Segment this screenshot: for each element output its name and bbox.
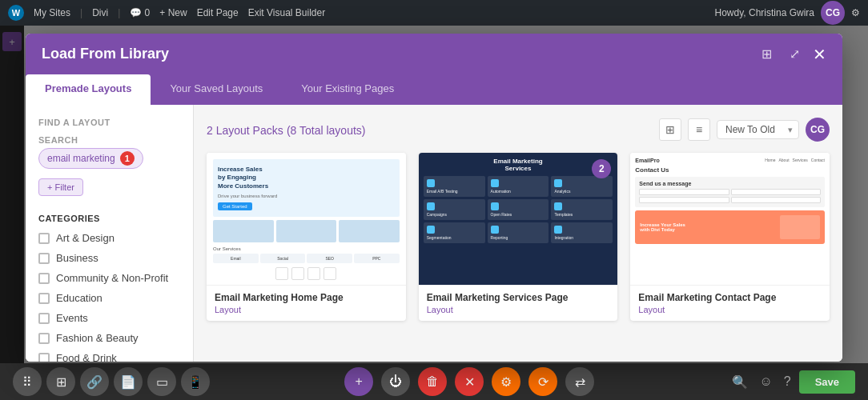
- user-avatar-small: CG: [806, 118, 830, 142]
- sidebar: Find A Layout Search email marketing 1 +…: [26, 105, 194, 362]
- my-sites-link[interactable]: My Sites: [34, 7, 70, 18]
- divi-link[interactable]: Divi: [92, 7, 108, 18]
- results-count: (8 Total layouts): [287, 124, 366, 137]
- list-view-button[interactable]: ≡: [688, 118, 710, 141]
- load-library-modal: Load From Library ⊞ ⤢ ✕ Premade Layouts …: [26, 34, 842, 362]
- card-preview-3: EmailPro HomeAboutServicesContact Contac…: [630, 153, 830, 285]
- category-education[interactable]: Education: [26, 288, 193, 308]
- emoji-icon[interactable]: ☺: [756, 371, 775, 392]
- modal-header: Load From Library ⊞ ⤢ ✕: [26, 34, 842, 74]
- category-label: Education: [56, 292, 102, 304]
- category-fashion-beauty[interactable]: Fashion & Beauty: [26, 328, 193, 348]
- power-button[interactable]: ⏻: [381, 367, 410, 396]
- card-footer-2: Email Marketing Services Page Layout: [419, 285, 618, 321]
- category-business[interactable]: Business: [26, 248, 193, 268]
- card-type-3: Layout: [638, 305, 822, 314]
- modal-tabs: Premade Layouts Your Saved Layouts Your …: [26, 74, 842, 105]
- search-badge: 1: [120, 151, 135, 166]
- mobile-button[interactable]: 📱: [181, 367, 210, 396]
- layout-card-3[interactable]: EmailPro HomeAboutServicesContact Contac…: [630, 153, 830, 321]
- category-art-design[interactable]: Art & Design: [26, 228, 193, 248]
- card-footer-3: Email Marketing Contact Page Layout: [630, 285, 830, 321]
- results-title: 2 Layout Packs (8 Total layouts): [207, 123, 365, 137]
- tab-saved-layouts[interactable]: Your Saved Layouts: [151, 74, 282, 105]
- tab-existing-pages[interactable]: Your Existing Pages: [282, 74, 413, 105]
- exit-vb-link[interactable]: Exit Visual Builder: [248, 7, 326, 18]
- category-community[interactable]: Community & Non-Profit: [26, 268, 193, 288]
- top-bar-left: W My Sites | Divi | 💬 0 + New Edit Page …: [8, 5, 325, 21]
- bottom-toolbar: ⠿ ⊞ 🔗 📄 ▭ 📱 + ⏻ 🗑 ✕ ⚙ ⟳ ⇄ 🔍 ☺ ? Save: [0, 363, 868, 400]
- card-name-3: Email Marketing Contact Page: [638, 292, 822, 303]
- category-checkbox: [38, 313, 50, 324]
- category-checkbox: [38, 293, 50, 304]
- settings-button[interactable]: ⚙: [492, 367, 520, 396]
- filter-label: + Filter: [47, 182, 74, 192]
- link-button[interactable]: 🔗: [80, 367, 109, 396]
- history-button[interactable]: ⟳: [528, 367, 557, 396]
- category-checkbox: [38, 273, 50, 284]
- find-layout-section: Find A Layout Search email marketing 1 +…: [26, 118, 193, 206]
- howdy-text: Howdy, Christina Gwira: [715, 7, 814, 18]
- help-icon[interactable]: ?: [781, 371, 794, 392]
- tab-premade-layouts[interactable]: Premade Layouts: [26, 74, 151, 105]
- category-checkbox: [38, 333, 50, 344]
- category-label: Events: [56, 312, 88, 324]
- search-tag[interactable]: email marketing 1: [38, 148, 143, 169]
- add-button[interactable]: +: [344, 367, 373, 396]
- tablet-button[interactable]: ▭: [147, 367, 176, 396]
- wp-logo: W: [8, 5, 24, 21]
- card-type-1: Layout: [215, 305, 398, 314]
- settings-icon[interactable]: ⚙: [851, 7, 860, 18]
- category-label: Art & Design: [56, 232, 115, 244]
- card-type-2: Layout: [427, 305, 610, 314]
- top-bar-right: Howdy, Christina Gwira CG ⚙: [715, 1, 860, 25]
- new-link[interactable]: + New: [159, 7, 187, 18]
- grid-button[interactable]: ⊞: [46, 367, 75, 396]
- category-checkbox: [38, 353, 50, 362]
- layout-card-2[interactable]: Email MarketingServices Email A/B Testin…: [419, 153, 618, 321]
- category-events[interactable]: Events: [26, 308, 193, 328]
- close-modal-button[interactable]: ✕: [813, 46, 826, 62]
- page-button[interactable]: 📄: [114, 367, 143, 396]
- category-checkbox: [38, 233, 50, 244]
- search-label: Search: [38, 135, 180, 145]
- search-toolbar-icon[interactable]: 🔍: [729, 371, 751, 393]
- cards-grid: Increase Salesby EngagingMore Customers …: [207, 153, 830, 321]
- main-header: 2 Layout Packs (8 Total layouts) ⊞ ≡ New…: [207, 118, 830, 142]
- category-label: Food & Drink: [56, 352, 117, 362]
- comment-count[interactable]: 💬 0: [130, 7, 150, 18]
- modal-title: Load From Library: [42, 46, 169, 62]
- top-bar: W My Sites | Divi | 💬 0 + New Edit Page …: [0, 0, 868, 26]
- expand-icon[interactable]: ⤢: [785, 45, 805, 63]
- card-name-1: Email Marketing Home Page: [215, 292, 398, 303]
- modal-body: Find A Layout Search email marketing 1 +…: [26, 105, 842, 362]
- category-label: Community & Non-Profit: [56, 272, 168, 284]
- main-content: 2 Layout Packs (8 Total layouts) ⊞ ≡ New…: [194, 105, 842, 362]
- layout-card-1[interactable]: Increase Salesby EngagingMore Customers …: [207, 153, 406, 321]
- sort-select[interactable]: New To Old Old To New A to Z Z to A: [717, 120, 799, 139]
- toolbar-center: + ⏻ 🗑 ✕ ⚙ ⟳ ⇄: [344, 367, 594, 396]
- trash-button[interactable]: 🗑: [418, 367, 447, 396]
- category-label: Fashion & Beauty: [56, 332, 139, 344]
- category-checkbox: [38, 253, 50, 264]
- save-button[interactable]: Save: [799, 370, 855, 394]
- category-label: Business: [56, 252, 98, 264]
- search-tag-text: email marketing: [47, 153, 115, 164]
- main-controls: ⊞ ≡ New To Old Old To New A to Z Z to A …: [659, 118, 830, 142]
- category-food-drink[interactable]: Food & Drink: [26, 348, 193, 362]
- close-button[interactable]: ✕: [455, 367, 484, 396]
- grid-view-button[interactable]: ⊞: [659, 118, 681, 141]
- user-avatar: CG: [821, 1, 845, 25]
- card-preview-1: Increase Salesby EngagingMore Customers …: [207, 153, 406, 285]
- toolbar-right: 🔍 ☺ ? Save: [729, 370, 855, 394]
- card-footer-1: Email Marketing Home Page Layout: [207, 285, 406, 321]
- drag-handle-button[interactable]: ⠿: [13, 367, 42, 396]
- categories-label: Categories: [26, 206, 193, 228]
- card-preview-2: Email MarketingServices Email A/B Testin…: [419, 153, 618, 285]
- arrows-button[interactable]: ⇄: [565, 367, 594, 396]
- filter-button[interactable]: + Filter: [38, 178, 83, 196]
- pin-icon[interactable]: ⊞: [757, 45, 777, 63]
- card-name-2: Email Marketing Services Page: [427, 292, 610, 303]
- edit-page-link[interactable]: Edit Page: [197, 7, 239, 18]
- modal-overlay: Load From Library ⊞ ⤢ ✕ Premade Layouts …: [0, 26, 868, 363]
